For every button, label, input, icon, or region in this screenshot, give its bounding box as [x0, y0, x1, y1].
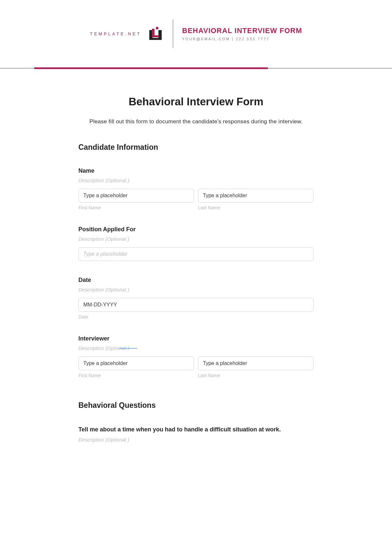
field-position-label: Position Applied For	[78, 226, 314, 233]
section-candidate-info: Candidate Information	[78, 143, 314, 152]
field-name-desc: Description (Optional )	[78, 178, 129, 183]
svg-rect-2	[158, 30, 162, 40]
svg-point-5	[156, 27, 158, 29]
field-date-desc: Description (Optional )	[78, 287, 129, 292]
last-name-input[interactable]	[198, 189, 314, 202]
question-1-desc: Description (Optional )	[78, 437, 129, 443]
field-interviewer-desc: Description (Optional )	[78, 345, 129, 351]
form-content: Behavioral Interview Form Please fill ou…	[78, 69, 314, 443]
field-interviewer-label: Interviewer	[78, 335, 314, 342]
form-title: Behavioral Interview Form	[78, 96, 314, 108]
interviewer-first-name-input[interactable]	[78, 356, 194, 370]
vertical-divider	[173, 20, 173, 48]
section-behavioral-questions: Behavioral Questions	[78, 401, 314, 410]
last-name-sublabel: Last Name	[198, 205, 314, 210]
interviewer-last-name-input[interactable]	[198, 356, 314, 370]
blue-underline-accent	[119, 348, 137, 349]
first-name-sublabel: First Name	[78, 205, 194, 210]
field-position: Position Applied For Description (Option…	[78, 226, 314, 261]
svg-rect-4	[152, 35, 159, 37]
field-name-label: Name	[78, 167, 314, 174]
header-rule-accent	[34, 67, 268, 69]
header-rule	[0, 67, 392, 69]
field-name: Name Description (Optional ) First Name …	[78, 167, 314, 210]
question-1-label: Tell me about a time when you had to han…	[78, 426, 314, 434]
document-page: TEMPLATE.NET BEHAVIORAL INTERVIEW FORM Y…	[0, 0, 392, 462]
brand-name: TEMPLATE.NET	[90, 31, 141, 36]
position-input[interactable]	[78, 247, 314, 261]
letterhead: TEMPLATE.NET BEHAVIORAL INTERVIEW FORM Y…	[0, 0, 392, 58]
letterhead-right: BEHAVIORAL INTERVIEW FORM YOUR@EMAIL.COM…	[182, 26, 302, 41]
brand-logo-icon	[147, 26, 164, 42]
field-date-label: Date	[78, 277, 314, 284]
field-date: Date Description (Optional ) Date	[78, 277, 314, 320]
first-name-input[interactable]	[78, 189, 194, 202]
letterhead-title: BEHAVIORAL INTERVIEW FORM	[182, 26, 302, 35]
date-input[interactable]	[78, 298, 314, 312]
date-sublabel: Date	[78, 314, 314, 320]
interviewer-first-name-sublabel: First Name	[78, 373, 194, 378]
interviewer-last-name-sublabel: Last Name	[198, 373, 314, 378]
field-position-desc: Description (Optional )	[78, 236, 129, 242]
form-intro: Please fill out this form to document th…	[78, 118, 314, 125]
letterhead-contact: YOUR@EMAIL.COM | 222 555 7777	[182, 37, 302, 41]
field-interviewer: Interviewer Description (Optional ) Firs…	[78, 335, 314, 378]
